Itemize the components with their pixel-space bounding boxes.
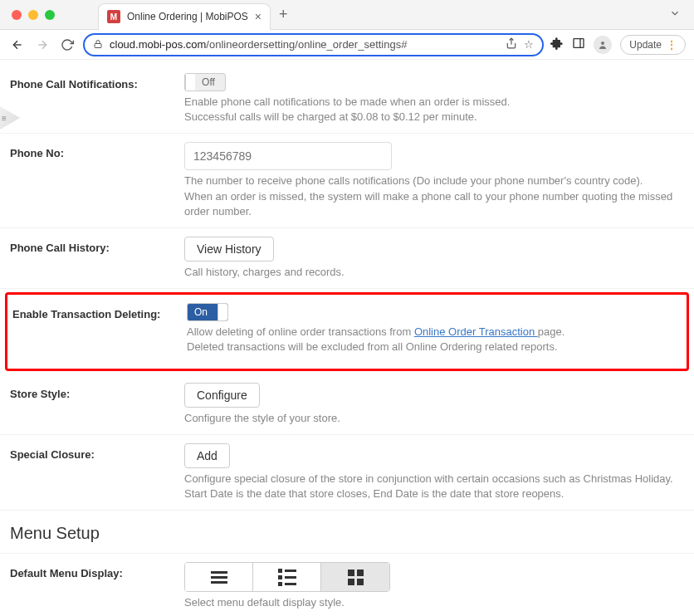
update-button[interactable]: Update ⋮: [620, 35, 686, 55]
share-icon[interactable]: [506, 37, 517, 51]
update-label: Update: [629, 39, 662, 51]
menu-display-segmented-control: [184, 562, 390, 592]
menu-display-list-option[interactable]: [253, 563, 321, 591]
svg-rect-4: [574, 39, 584, 48]
svg-point-6: [601, 42, 604, 45]
tab-bar: M Online Ordering | MobiPOS × +: [0, 0, 694, 30]
panel-icon[interactable]: [572, 37, 585, 52]
phone-history-label: Phone Call History:: [10, 237, 184, 254]
minimize-window-button[interactable]: [28, 10, 38, 20]
tab-close-icon[interactable]: ×: [255, 10, 261, 23]
hamburger-lines-icon: [211, 571, 227, 584]
phone-notifications-label: Phone Call Notifications:: [10, 73, 184, 90]
list-icon: [278, 569, 296, 586]
browser-tab[interactable]: M Online Ordering | MobiPOS ×: [98, 3, 271, 30]
default-menu-display-help: Select menu default display style.: [184, 595, 684, 610]
add-closure-button[interactable]: Add: [184, 443, 230, 468]
phone-notifications-help: Enable phone call notifications to be ma…: [184, 95, 684, 125]
online-order-transaction-link[interactable]: Online Order Transaction: [414, 325, 538, 338]
default-menu-display-row: Default Menu Display:: [0, 554, 694, 616]
menu-setup-heading: Menu Setup: [0, 511, 694, 554]
special-closure-label: Special Closure:: [10, 443, 184, 461]
store-style-row: Store Style: Configure Configure the sty…: [0, 374, 694, 435]
browser-toolbar: cloud.mobi-pos.com/onlineordersetting/on…: [0, 30, 694, 60]
grid-icon: [348, 570, 364, 585]
transaction-deleting-row: Enable Transaction Deleting: On Allow de…: [12, 300, 682, 358]
tab-title: Online Ordering | MobiPOS: [127, 11, 248, 22]
phone-no-input[interactable]: [184, 142, 392, 170]
special-closure-help: Configure special closure of the store i…: [184, 472, 684, 501]
transaction-deleting-highlight: Enable Transaction Deleting: On Allow de…: [5, 292, 689, 370]
menu-display-lines-option[interactable]: [185, 563, 253, 591]
phone-notifications-toggle[interactable]: Off: [184, 73, 226, 91]
menu-vdots-icon: ⋮: [667, 39, 677, 51]
maximize-window-button[interactable]: [45, 10, 55, 20]
extensions-icon[interactable]: [550, 37, 564, 52]
phone-no-help: The number to receive phone calls notifi…: [184, 174, 684, 219]
bookmark-star-icon[interactable]: ☆: [524, 38, 534, 51]
lock-icon: [93, 39, 103, 51]
phone-notifications-row: Phone Call Notifications: Off Enable pho…: [0, 65, 694, 134]
url-text: cloud.mobi-pos.com/onlineordersetting/on…: [110, 38, 499, 51]
special-closure-row: Special Closure: Add Configure special c…: [0, 435, 694, 511]
new-tab-button[interactable]: +: [279, 6, 288, 23]
transaction-deleting-label: Enable Transaction Deleting:: [12, 303, 187, 320]
phone-no-row: Phone No: The number to receive phone ca…: [0, 134, 694, 228]
svg-rect-2: [95, 43, 101, 47]
store-style-label: Store Style:: [10, 383, 184, 400]
transaction-deleting-toggle[interactable]: On: [187, 303, 228, 321]
store-style-help: Configure the style of your store.: [184, 411, 684, 426]
phone-history-help: Call history, charges and records.: [184, 265, 684, 280]
reload-button[interactable]: [58, 36, 76, 54]
tabs-chevron-icon[interactable]: [669, 7, 687, 22]
forward-button[interactable]: [33, 36, 51, 54]
phone-history-row: Phone Call History: View History Call hi…: [0, 228, 694, 289]
window-controls: [12, 10, 55, 20]
address-bar[interactable]: cloud.mobi-pos.com/onlineordersetting/on…: [83, 33, 544, 56]
configure-style-button[interactable]: Configure: [184, 383, 260, 408]
phone-no-label: Phone No:: [10, 142, 184, 159]
back-button[interactable]: [8, 36, 27, 54]
extension-icons: Update ⋮: [550, 35, 686, 55]
default-menu-display-label: Default Menu Display:: [10, 562, 184, 579]
profile-avatar-icon[interactable]: [594, 36, 612, 54]
tab-favicon: M: [107, 10, 120, 23]
transaction-deleting-help: Allow deleting of online order transacti…: [187, 325, 682, 354]
close-window-button[interactable]: [12, 10, 22, 20]
menu-display-grid-option[interactable]: [321, 563, 389, 591]
view-history-button[interactable]: View History: [184, 237, 274, 262]
